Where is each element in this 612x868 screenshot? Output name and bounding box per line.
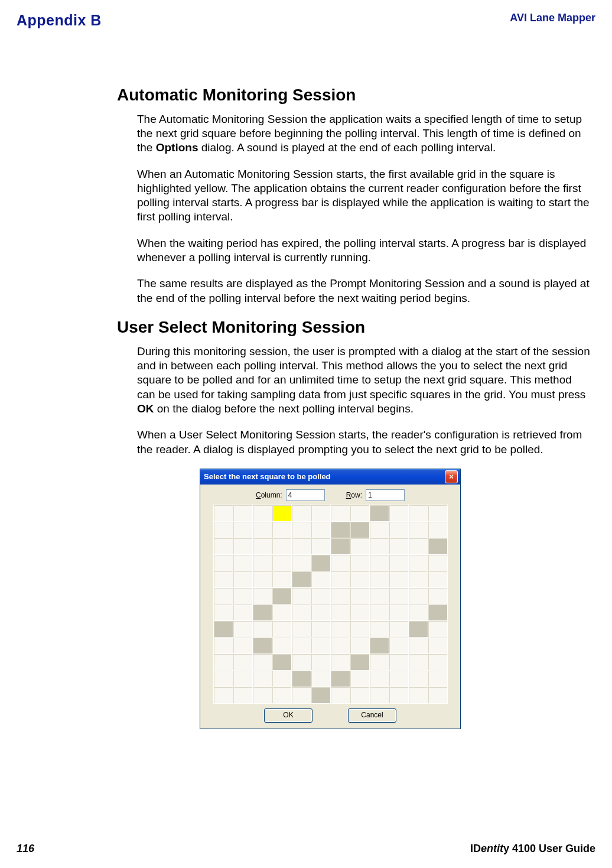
grid-cell[interactable]	[214, 604, 233, 621]
grid-cell[interactable]	[292, 604, 311, 621]
grid-cell[interactable]	[389, 621, 409, 638]
grid-cell[interactable]	[292, 638, 311, 654]
grid-cell[interactable]	[350, 654, 370, 671]
grid-cell[interactable]	[331, 638, 350, 654]
grid-cell[interactable]	[272, 538, 292, 555]
grid-cell[interactable]	[272, 588, 292, 604]
grid-cell[interactable]	[253, 687, 272, 704]
grid-cell[interactable]	[253, 654, 272, 671]
grid-cell[interactable]	[292, 687, 311, 704]
grid-cell[interactable]	[331, 522, 350, 538]
grid-cell[interactable]	[253, 588, 272, 604]
grid-cell[interactable]	[272, 621, 292, 638]
dialog-titlebar[interactable]: Select the next square to be polled ×	[200, 469, 460, 485]
grid-cell[interactable]	[331, 588, 350, 604]
grid-cell[interactable]	[389, 671, 409, 687]
grid-cell[interactable]	[428, 604, 448, 621]
grid-cell[interactable]	[233, 555, 253, 571]
grid-cell[interactable]	[409, 638, 428, 654]
grid-cell[interactable]	[389, 654, 409, 671]
grid-cell[interactable]	[370, 522, 389, 538]
grid-cell[interactable]	[331, 555, 350, 571]
grid-cell[interactable]	[214, 538, 233, 555]
grid-cell[interactable]	[272, 654, 292, 671]
grid-cell[interactable]	[389, 538, 409, 555]
grid-cell[interactable]	[370, 588, 389, 604]
grid-cell[interactable]	[311, 522, 331, 538]
grid-cell[interactable]	[331, 654, 350, 671]
grid-cell[interactable]	[428, 538, 448, 555]
grid-cell[interactable]	[311, 505, 331, 522]
grid-cell[interactable]	[350, 505, 370, 522]
grid-cell[interactable]	[350, 621, 370, 638]
column-input[interactable]: 4	[286, 489, 325, 501]
grid-cell[interactable]	[253, 538, 272, 555]
grid-cell[interactable]	[272, 687, 292, 704]
grid-cell[interactable]	[233, 505, 253, 522]
grid-cell[interactable]	[370, 538, 389, 555]
grid-cell[interactable]	[292, 522, 311, 538]
grid-cell[interactable]	[253, 604, 272, 621]
grid-cell[interactable]	[272, 571, 292, 588]
grid-cell[interactable]	[409, 671, 428, 687]
grid-cell[interactable]	[350, 604, 370, 621]
grid-cell[interactable]	[389, 555, 409, 571]
grid-cell[interactable]	[350, 687, 370, 704]
grid-cell[interactable]	[233, 687, 253, 704]
grid-cell[interactable]	[233, 522, 253, 538]
grid-cell[interactable]	[311, 555, 331, 571]
grid-cell[interactable]	[233, 588, 253, 604]
grid-cell[interactable]	[292, 588, 311, 604]
grid-cell[interactable]	[214, 555, 233, 571]
grid-cell[interactable]	[350, 671, 370, 687]
grid-cell[interactable]	[233, 604, 253, 621]
grid-cell[interactable]	[331, 538, 350, 555]
grid-cell[interactable]	[214, 588, 233, 604]
dialog-close-button[interactable]: ×	[445, 470, 458, 483]
grid-selector[interactable]	[213, 505, 448, 704]
grid-cell[interactable]	[311, 621, 331, 638]
grid-cell[interactable]	[389, 571, 409, 588]
grid-cell[interactable]	[331, 604, 350, 621]
grid-cell[interactable]	[292, 654, 311, 671]
grid-cell[interactable]	[389, 522, 409, 538]
grid-cell[interactable]	[253, 505, 272, 522]
cancel-button[interactable]: Cancel	[348, 708, 396, 723]
grid-cell[interactable]	[370, 687, 389, 704]
grid-cell[interactable]	[428, 638, 448, 654]
grid-cell[interactable]	[370, 671, 389, 687]
grid-cell[interactable]	[272, 505, 292, 522]
grid-cell[interactable]	[311, 687, 331, 704]
grid-cell[interactable]	[428, 654, 448, 671]
grid-cell[interactable]	[292, 671, 311, 687]
grid-cell[interactable]	[311, 638, 331, 654]
grid-cell[interactable]	[253, 571, 272, 588]
grid-cell[interactable]	[409, 555, 428, 571]
grid-cell[interactable]	[272, 522, 292, 538]
grid-cell[interactable]	[214, 671, 233, 687]
grid-cell[interactable]	[331, 687, 350, 704]
grid-cell[interactable]	[350, 571, 370, 588]
grid-cell[interactable]	[292, 555, 311, 571]
grid-cell[interactable]	[331, 671, 350, 687]
grid-cell[interactable]	[331, 621, 350, 638]
grid-cell[interactable]	[370, 638, 389, 654]
grid-cell[interactable]	[311, 571, 331, 588]
grid-cell[interactable]	[253, 621, 272, 638]
ok-button[interactable]: OK	[264, 708, 312, 723]
grid-cell[interactable]	[253, 671, 272, 687]
grid-cell[interactable]	[272, 671, 292, 687]
grid-cell[interactable]	[428, 505, 448, 522]
grid-cell[interactable]	[409, 621, 428, 638]
grid-cell[interactable]	[350, 522, 370, 538]
grid-cell[interactable]	[272, 604, 292, 621]
grid-cell[interactable]	[389, 588, 409, 604]
grid-cell[interactable]	[253, 555, 272, 571]
grid-cell[interactable]	[370, 571, 389, 588]
grid-cell[interactable]	[214, 687, 233, 704]
grid-cell[interactable]	[370, 621, 389, 638]
grid-cell[interactable]	[389, 604, 409, 621]
grid-cell[interactable]	[389, 687, 409, 704]
grid-cell[interactable]	[409, 522, 428, 538]
grid-cell[interactable]	[272, 555, 292, 571]
